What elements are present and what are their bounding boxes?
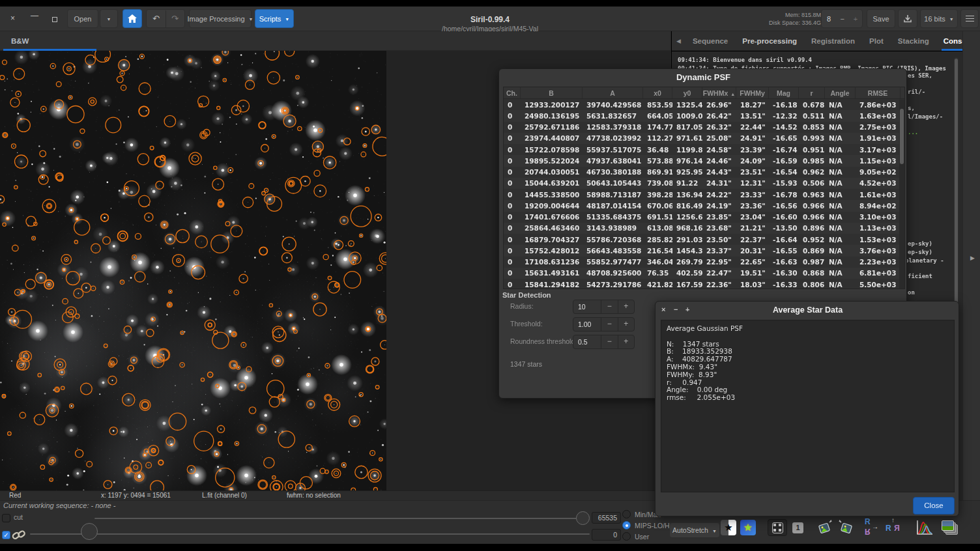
psf-table-row[interactable]: 019209.00464448187.014154670.06816.4924.…: [504, 200, 904, 211]
tab-registration[interactable]: Registration: [804, 31, 862, 51]
psf-column-header[interactable]: y0: [672, 87, 702, 98]
psf-table-row[interactable]: 015841.29418254273.291786421.82167.5922.…: [504, 279, 904, 289]
spin-value[interactable]: 0.5: [573, 335, 601, 348]
psf-cell: 21.21": [736, 224, 769, 232]
image-processing-button[interactable]: Image Processing ▼: [189, 9, 252, 28]
tab-bw[interactable]: B&W: [0, 31, 98, 51]
lo-value-input[interactable]: 0: [592, 529, 621, 541]
single-frame-icon: 1: [792, 522, 803, 533]
tabs-scroll-left-icon[interactable]: ◀: [672, 38, 685, 44]
minus-icon[interactable]: −: [601, 335, 617, 348]
plus-icon[interactable]: +: [849, 15, 862, 23]
image-statusbar: Red x: 1197 y: 0494 = 15061 L.fit (chann…: [0, 490, 671, 500]
psf-table-row[interactable]: 015752.42801256643.483558216.541454.3523…: [504, 245, 904, 256]
psf-column-header[interactable]: Ch.: [504, 87, 521, 98]
psf-column-header[interactable]: x0: [643, 87, 672, 98]
psf-column-header[interactable]: RMSE: [856, 87, 901, 98]
open-button[interactable]: Open: [67, 9, 98, 28]
psf-table-scrollbar[interactable]: [899, 100, 904, 289]
psf-table-row[interactable]: 015044.63920150643.105443739.0891.2224.3…: [504, 178, 904, 189]
single-frame-button[interactable]: 1: [792, 517, 803, 538]
psf-table-row[interactable]: 014455.33850058988.713187398.28136.9424.…: [504, 189, 904, 200]
frames-spinner[interactable]: 8 − +: [821, 9, 863, 28]
spin-button-roundness-threshold-[interactable]: 0.5−+: [573, 335, 635, 349]
tab-pre-processing[interactable]: Pre-processing: [735, 31, 804, 51]
rotate-right-button[interactable]: [837, 517, 856, 538]
radio-mips-lo-hi[interactable]: MIPS-LO/HI: [622, 521, 672, 530]
window-minimize-icon[interactable]: —: [31, 11, 38, 20]
psf-table-row[interactable]: 015722.07859855937.51707536.481199.8224.…: [504, 144, 904, 155]
open-dropdown-button[interactable]: ▼: [100, 9, 118, 28]
plus-icon[interactable]: +: [618, 318, 634, 331]
grid-view-button[interactable]: [768, 517, 787, 538]
spin-button-threshold-[interactable]: 1.00−+: [573, 317, 635, 332]
spin-value[interactable]: 1.00: [573, 318, 601, 331]
pane-expand-icon[interactable]: ▶: [970, 255, 975, 261]
hi-value-input[interactable]: 65535: [592, 512, 621, 524]
minus-icon[interactable]: −: [601, 300, 617, 313]
radio-user[interactable]: User: [622, 532, 649, 541]
save-as-button[interactable]: [898, 9, 917, 28]
psf-column-header[interactable]: Mag: [769, 87, 799, 98]
lo-slider[interactable]: [30, 533, 590, 535]
field-label: Roundness threshold:: [510, 337, 577, 345]
hi-slider[interactable]: [94, 518, 577, 519]
psf-table-row[interactable]: 025864.4634603143.938989613.08968.1623.6…: [504, 223, 904, 234]
psf-table-row[interactable]: 017401.67660651335.684375691.511256.6123…: [504, 212, 904, 223]
menu-button[interactable]: [960, 9, 979, 28]
starfield-canvas[interactable]: [0, 51, 386, 490]
radio-circle[interactable]: [622, 521, 631, 530]
psf-column-header[interactable]: FWHMx▲: [702, 87, 736, 98]
psf-table-row[interactable]: 016879.70432755786.720368285.82291.0323.…: [504, 234, 904, 245]
image-list-button[interactable]: [942, 517, 958, 538]
plus-icon[interactable]: +: [618, 335, 634, 348]
psf-column-header[interactable]: Angle: [825, 87, 856, 98]
lo-slider-handle[interactable]: [81, 523, 98, 540]
link-icon[interactable]: [12, 528, 26, 544]
psf-table-row[interactable]: 024980.1361955631.832657664.051009.0526.…: [504, 110, 904, 121]
tab-plot[interactable]: Plot: [862, 31, 891, 51]
psf-column-header[interactable]: B: [521, 87, 583, 98]
plus-icon[interactable]: +: [618, 300, 634, 313]
window-maximize-icon[interactable]: [52, 17, 57, 22]
home-button[interactable]: [122, 9, 142, 28]
spin-button-radius-[interactable]: 10−+: [573, 300, 635, 314]
spin-value[interactable]: 10: [573, 300, 601, 313]
radio-circle[interactable]: [622, 532, 631, 541]
minus-icon[interactable]: −: [601, 318, 617, 331]
psf-table-row[interactable]: 012933.20012739740.429568853.591325.4126…: [504, 99, 904, 110]
autostretch-button[interactable]: AutoStretch ▼: [669, 522, 720, 538]
bit-depth-button[interactable]: 16 bits ▼: [920, 9, 958, 28]
psf-cell: N/A: [825, 168, 856, 176]
hi-slider-handle[interactable]: [576, 511, 590, 525]
close-button[interactable]: Close: [913, 497, 955, 515]
psf-table-row[interactable]: 015631.49316148708.92560076.35402.5922.4…: [504, 268, 904, 279]
psf-table-row[interactable]: 020744.03005146730.380188869.91925.9524.…: [504, 167, 904, 178]
psf-table-row[interactable]: 025792.67118612583.379318174.77817.0526.…: [504, 122, 904, 133]
redo-icon[interactable]: ↷: [166, 14, 184, 23]
window-close-icon[interactable]: ×: [10, 14, 15, 23]
tab-stacking[interactable]: Stacking: [891, 31, 936, 51]
false-color-button[interactable]: ★: [740, 517, 756, 538]
psf-column-header[interactable]: A: [583, 87, 643, 98]
mirror-x-button[interactable]: RR↑: [886, 517, 902, 538]
psf-table-row[interactable]: 023974.44080747738.023992112.27971.6125.…: [504, 133, 904, 144]
rotate-left-button[interactable]: [815, 517, 833, 538]
undo-icon[interactable]: ↶: [147, 14, 166, 23]
save-button[interactable]: Save: [867, 9, 895, 28]
psf-column-header[interactable]: r: [799, 87, 825, 98]
negative-view-button[interactable]: ★: [721, 517, 736, 538]
mirror-y-button[interactable]: RR→: [863, 517, 880, 538]
tab-sequence[interactable]: Sequence: [685, 31, 735, 51]
scripts-button[interactable]: Scripts ▼: [255, 9, 294, 28]
psf-cell: 1.53e+03: [856, 236, 901, 244]
radio-circle[interactable]: [622, 510, 631, 518]
histogram-button[interactable]: [915, 517, 934, 538]
psf-table-row[interactable]: 019895.52202447937.638041573.88976.1424.…: [504, 155, 904, 166]
psf-table-row[interactable]: 017108.63123655852.977477346.04269.7922.…: [504, 257, 904, 268]
scrollbar-thumb[interactable]: [900, 109, 904, 164]
linked-checkbox[interactable]: ✓: [2, 531, 10, 539]
psf-column-header[interactable]: FWHMy: [736, 87, 769, 98]
minus-icon[interactable]: −: [836, 15, 849, 23]
cut-checkbox[interactable]: [2, 514, 10, 522]
